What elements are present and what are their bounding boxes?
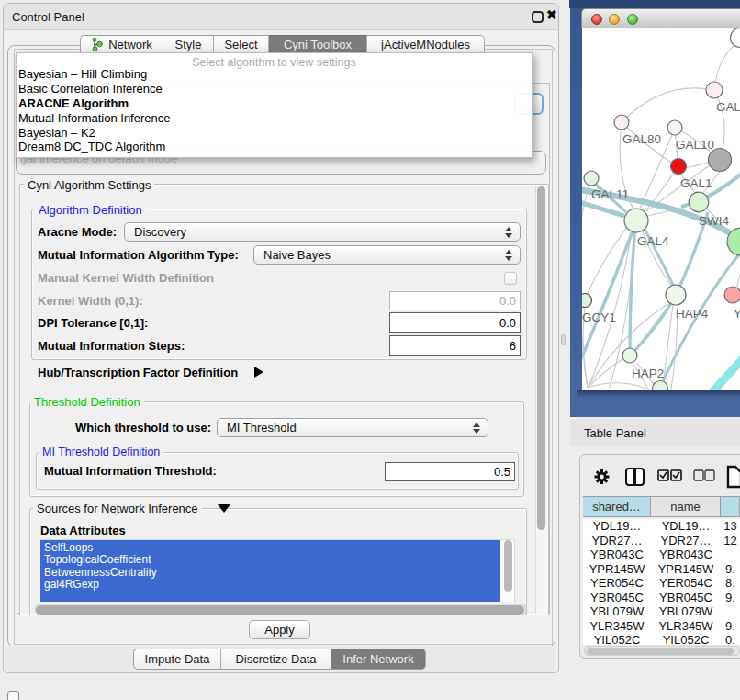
svg-text:HAP2: HAP2 xyxy=(632,367,664,380)
svg-text:GAL11: GAL11 xyxy=(591,187,629,201)
svg-text:GAL1: GAL1 xyxy=(680,176,712,190)
svg-text:GAL10: GAL10 xyxy=(676,138,714,152)
svg-text:SWI4: SWI4 xyxy=(699,214,729,228)
svg-text:GCY1: GCY1 xyxy=(582,310,616,324)
svg-text:HAP4: HAP4 xyxy=(676,307,709,321)
svg-text:GAL80: GAL80 xyxy=(622,132,661,146)
svg-text:Y: Y xyxy=(734,307,740,321)
svg-text:GAL7: GAL7 xyxy=(716,100,740,114)
svg-text:GAL4: GAL4 xyxy=(637,234,669,248)
